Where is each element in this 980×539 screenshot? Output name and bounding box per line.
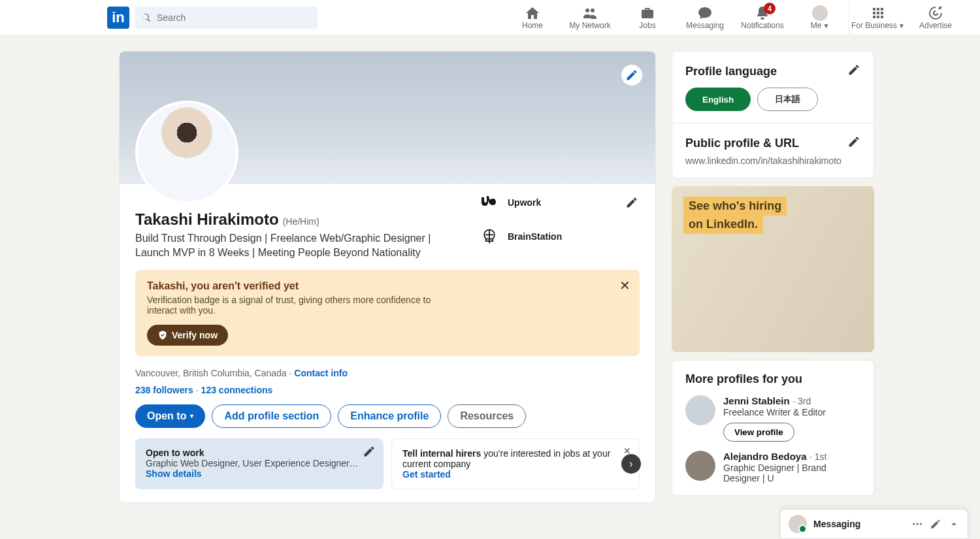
pencil-icon [847, 63, 860, 76]
nav-business[interactable]: For Business▼ [849, 0, 907, 35]
nav-home[interactable]: Home [504, 0, 561, 35]
lang-japanese-button[interactable]: 日本語 [757, 88, 818, 111]
avatar-icon [685, 395, 715, 425]
edit-intro-button[interactable] [621, 192, 642, 213]
search-icon [141, 12, 152, 23]
lang-english-button[interactable]: English [685, 88, 751, 111]
home-icon [525, 5, 540, 21]
nav-notifications[interactable]: 4Notifications [734, 0, 791, 35]
suggested-profile[interactable]: Alejandro Bedoya · 1st Graphic Designer … [685, 451, 860, 483]
nav-advertise[interactable]: Advertise [907, 0, 964, 35]
edit-url-button[interactable] [847, 135, 860, 152]
internal-hirers-panel[interactable]: ✕ Tell internal hirers you're interested… [391, 438, 640, 489]
pencil-icon [625, 196, 638, 209]
verify-banner: ✕ Takashi, you aren't verified yet Verif… [135, 270, 640, 356]
open-to-button[interactable]: Open to▾ [135, 404, 205, 428]
nav-messaging[interactable]: Messaging [676, 0, 734, 35]
briefcase-icon [640, 5, 655, 21]
caret-down-icon: ▼ [898, 22, 905, 29]
followers-link[interactable]: 238 followers [135, 385, 193, 395]
edit-cover-button[interactable] [621, 65, 642, 86]
search-box[interactable] [135, 7, 318, 29]
messaging-dock[interactable]: Messaging [780, 509, 968, 519]
linkedin-logo[interactable]: in [107, 7, 129, 29]
brainstation-logo-icon [479, 226, 500, 247]
more-profiles-card: More profiles for you Jenni Stablein · 3… [672, 360, 874, 496]
public-url: www.linkedin.com/in/takashihirakimoto [685, 155, 860, 166]
avatar-icon [812, 5, 828, 21]
get-started-link[interactable]: Get started [402, 469, 629, 480]
promo-ad[interactable]: See who's hiring on LinkedIn. [672, 186, 874, 352]
nav-me[interactable]: Me▼ [791, 0, 849, 35]
pronouns: (He/Him) [283, 216, 319, 227]
connections-link[interactable]: 123 connections [201, 385, 273, 395]
suggested-profile[interactable]: Jenni Stablein · 3rd Freelance Writer & … [685, 395, 860, 442]
grid-icon [870, 5, 886, 21]
edit-language-button[interactable] [847, 63, 860, 80]
profile-language-card: Profile language English 日本語 Public prof… [672, 51, 874, 178]
company-brainstation[interactable]: BrainStation [479, 226, 596, 247]
enhance-profile-button[interactable]: Enhance profile [338, 404, 441, 428]
people-icon [582, 5, 598, 21]
carousel-next-button[interactable]: › [621, 454, 641, 474]
avatar-icon [685, 451, 715, 481]
pencil-icon [625, 69, 638, 82]
chevron-up-icon[interactable] [948, 518, 960, 519]
compose-icon[interactable] [930, 518, 941, 519]
close-icon[interactable]: ✕ [619, 278, 630, 293]
profile-name: Takashi Hirakimoto [135, 210, 279, 229]
top-nav: in Home My Network Jobs Messaging 4Notif… [0, 0, 980, 35]
more-icon[interactable] [911, 518, 923, 519]
pencil-icon [847, 135, 860, 148]
location-row: Vancouver, British Columbia, Canada · Co… [135, 368, 640, 378]
target-icon [928, 5, 943, 21]
profile-card: Upwork BrainStation Takashi Hirakimoto (… [119, 51, 656, 503]
pencil-icon[interactable] [363, 445, 376, 460]
view-profile-button[interactable]: View profile [723, 423, 794, 442]
verify-now-button[interactable]: Verify now [147, 325, 228, 346]
headline: Build Trust Through Design | Freelance W… [135, 231, 442, 261]
caret-down-icon: ▾ [190, 412, 193, 419]
add-section-button[interactable]: Add profile section [212, 404, 331, 428]
shield-check-icon [157, 330, 168, 340]
open-to-work-panel[interactable]: Open to work Graphic Web Designer, User … [135, 438, 384, 489]
avatar-icon [789, 515, 807, 519]
company-upwork[interactable]: Upwork [479, 192, 596, 213]
upwork-logo-icon [479, 192, 500, 213]
chat-icon [697, 5, 713, 21]
search-input[interactable] [157, 12, 311, 23]
verify-title: Takashi, you aren't verified yet [147, 280, 628, 292]
caret-down-icon: ▼ [823, 22, 829, 29]
cover-photo [120, 52, 655, 184]
verify-body: Verification badge is a signal of trust,… [147, 295, 434, 316]
resources-button[interactable]: Resources [448, 404, 526, 428]
experience-summary: Upwork BrainStation [479, 192, 596, 260]
nav-jobs[interactable]: Jobs [619, 0, 676, 35]
contact-info-link[interactable]: Contact info [294, 368, 348, 378]
nav-network[interactable]: My Network [561, 0, 619, 35]
notif-badge: 4 [764, 3, 776, 14]
show-details-link[interactable]: Show details [146, 468, 373, 479]
